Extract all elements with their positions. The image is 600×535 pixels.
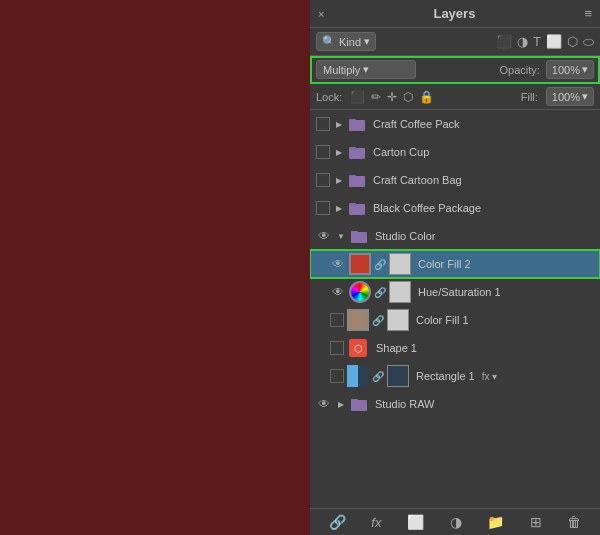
- layer-name: Studio RAW: [375, 398, 435, 410]
- color-fill-tan-thumbnail: [347, 309, 369, 331]
- lock-icons-group: ⬛ ✏ ✛ ⬡ 🔒: [350, 90, 434, 104]
- layer-item[interactable]: 👁 🔗 Hue/Saturation 1: [310, 278, 600, 306]
- search-row: 🔍 Kind ▾ ⬛ ◑ T ⬜ ⬡ ⬭: [310, 28, 600, 56]
- color-fill-thumbnail: [349, 253, 371, 275]
- search-icons-group: ⬛ ◑ T ⬜ ⬡ ⬭: [496, 34, 594, 50]
- panel-title: Layers: [433, 6, 475, 21]
- lock-pixels-icon[interactable]: ⬛: [350, 90, 365, 104]
- visibility-checkbox: [330, 313, 344, 327]
- eye-visibility-icon[interactable]: 👁: [316, 396, 332, 412]
- layer-item[interactable]: 👁 Studio RAW: [310, 390, 600, 418]
- search-icon: 🔍: [322, 35, 336, 48]
- layer-name: Studio Color: [375, 230, 436, 242]
- eye-visibility-icon[interactable]: 👁: [316, 228, 332, 244]
- eye-visibility-icon[interactable]: 👁: [330, 256, 346, 272]
- layer-expand-arrow[interactable]: [333, 175, 345, 185]
- svg-rect-7: [349, 203, 356, 206]
- fx-icon[interactable]: fx: [371, 515, 381, 530]
- visibility-checkbox: [316, 201, 330, 215]
- delete-layer-icon[interactable]: 🗑: [567, 514, 581, 530]
- opacity-arrow-icon: ▾: [582, 63, 588, 76]
- layer-thumbnail-white: [389, 281, 411, 303]
- hamburger-icon[interactable]: ≡: [584, 6, 592, 21]
- folder-icon: [348, 145, 366, 159]
- layer-name: Craft Cartoon Bag: [373, 174, 462, 186]
- layer-name: Craft Coffee Pack: [373, 118, 460, 130]
- layer-item[interactable]: 👁 Studio Color: [310, 222, 600, 250]
- visibility-checkbox: [316, 173, 330, 187]
- shape-filter-icon[interactable]: ⬜: [546, 34, 562, 49]
- opacity-label: Opacity:: [500, 64, 540, 76]
- text-filter-icon[interactable]: T: [533, 34, 541, 49]
- layer-thumbnail-white: [389, 253, 411, 275]
- kind-arrow-icon: ▾: [364, 35, 370, 48]
- link-icon: 🔗: [372, 315, 384, 326]
- lock-brush-icon[interactable]: ✏: [371, 90, 381, 104]
- layer-name: Shape 1: [376, 342, 417, 354]
- lock-all-icon[interactable]: 🔒: [419, 90, 434, 104]
- layer-name: Rectangle 1: [416, 370, 475, 382]
- blend-mode-dropdown[interactable]: Multiply ▾: [316, 60, 416, 79]
- close-icon[interactable]: ×: [318, 8, 324, 20]
- folder-icon: [348, 117, 366, 131]
- layer-item[interactable]: Carton Cup: [310, 138, 600, 166]
- layer-item[interactable]: Craft Cartoon Bag: [310, 166, 600, 194]
- opacity-value-text: 100%: [552, 64, 580, 76]
- link-icon: 🔗: [372, 371, 384, 382]
- hue-sat-thumbnail: [349, 281, 371, 303]
- rect-layer-thumb: [387, 365, 409, 387]
- layer-expand-arrow[interactable]: [335, 399, 347, 409]
- visibility-checkbox: [330, 341, 344, 355]
- lock-position-icon[interactable]: ✛: [387, 90, 397, 104]
- panel-footer: 🔗 fx ⬜ ◑ 📁 ⊞ 🗑: [310, 508, 600, 535]
- lock-label: Lock:: [316, 91, 342, 103]
- blend-mode-row: Multiply ▾ Opacity: 100% ▾: [310, 56, 600, 84]
- layer-item[interactable]: ⬡ Shape 1: [310, 334, 600, 362]
- new-folder-icon[interactable]: 📁: [487, 514, 504, 530]
- lock-fill-row: Lock: ⬛ ✏ ✛ ⬡ 🔒 Fill: 100% ▾: [310, 84, 600, 110]
- layer-item[interactable]: Craft Coffee Pack: [310, 110, 600, 138]
- visibility-checkbox: [330, 369, 344, 383]
- add-mask-icon[interactable]: ⬜: [407, 514, 424, 530]
- blend-arrow-icon: ▾: [363, 63, 369, 76]
- adjustment-filter-icon[interactable]: ◑: [517, 34, 528, 49]
- folder-icon: [350, 229, 368, 243]
- layer-expand-arrow[interactable]: [335, 231, 347, 241]
- new-adjustment-icon[interactable]: ◑: [450, 514, 462, 530]
- layer-expand-arrow[interactable]: [333, 147, 345, 157]
- layers-panel: × Layers ≡ 🔍 Kind ▾ ⬛ ◑ T ⬜ ⬡ ⬭ Multiply…: [310, 0, 600, 535]
- lock-artboard-icon[interactable]: ⬡: [403, 90, 413, 104]
- layer-item[interactable]: 🔗 Color Fill 1: [310, 306, 600, 334]
- visibility-checkbox: [316, 145, 330, 159]
- svg-text:⬡: ⬡: [354, 343, 363, 354]
- folder-icon: [348, 173, 366, 187]
- fill-value-text: 100%: [552, 91, 580, 103]
- layer-item[interactable]: 👁 🔗 Color Fill 2: [310, 250, 600, 278]
- panel-titlebar: × Layers ≡: [310, 0, 600, 28]
- rect-icon: [347, 365, 369, 387]
- opacity-dropdown[interactable]: 100% ▾: [546, 60, 594, 79]
- layers-list: Craft Coffee Pack Carton Cup Craft Carto…: [310, 110, 600, 508]
- smart-filter-icon[interactable]: ⬡: [567, 34, 578, 49]
- layer-name: Color Fill 2: [418, 258, 471, 270]
- svg-rect-3: [349, 147, 356, 150]
- svg-rect-1: [349, 119, 356, 122]
- layer-name: Black Coffee Package: [373, 202, 481, 214]
- link-layers-icon[interactable]: 🔗: [329, 514, 346, 530]
- fill-dropdown[interactable]: 100% ▾: [546, 87, 594, 106]
- layer-name: Carton Cup: [373, 146, 429, 158]
- folder-icon: [350, 397, 368, 411]
- new-layer-icon[interactable]: ⊞: [530, 514, 542, 530]
- layer-filter-icon[interactable]: ⬭: [583, 34, 594, 50]
- blend-mode-value: Multiply: [323, 64, 360, 76]
- pixel-filter-icon[interactable]: ⬛: [496, 34, 512, 49]
- layer-expand-arrow[interactable]: [333, 119, 345, 129]
- visibility-checkbox: [316, 117, 330, 131]
- svg-rect-15: [351, 399, 358, 402]
- layer-item[interactable]: 🔗 Rectangle 1 fx ▾: [310, 362, 600, 390]
- layer-name: Hue/Saturation 1: [418, 286, 501, 298]
- eye-visibility-icon[interactable]: 👁: [330, 284, 346, 300]
- layer-item[interactable]: Black Coffee Package: [310, 194, 600, 222]
- layer-expand-arrow[interactable]: [333, 203, 345, 213]
- kind-dropdown[interactable]: 🔍 Kind ▾: [316, 32, 376, 51]
